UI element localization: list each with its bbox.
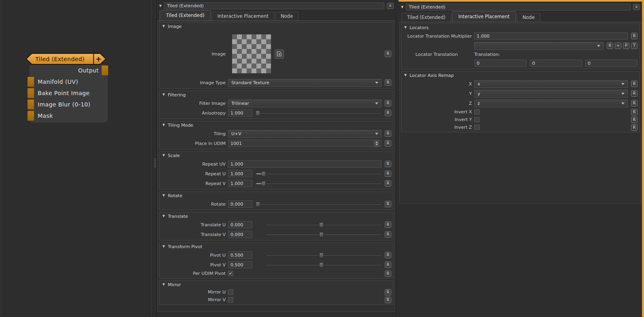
reset-button[interactable]: R [631,90,638,97]
reset-button[interactable]: R [385,252,391,258]
reset-button[interactable]: R [631,81,638,87]
filter-image-dropdown[interactable]: Trilinear [228,100,382,107]
spin-up-icon[interactable] [375,141,378,143]
reset-button[interactable]: R [385,170,391,177]
reset-button[interactable]: R [385,79,391,86]
translation-z-field[interactable]: 0 [585,60,638,67]
import-image-button[interactable] [275,49,284,59]
slider-handle[interactable] [319,222,324,228]
mirror-v-checkbox[interactable] [228,297,233,302]
section-header-locator-axis-remap[interactable]: ▼ Locator Axis Remap [401,72,639,79]
axis-z-dropdown[interactable]: z [474,100,628,107]
slider-handle[interactable] [256,111,260,116]
spin-down-icon[interactable] [375,144,378,145]
node-graph-canvas[interactable]: Tiled (Extended) + Output Manifold (UV) … [0,0,151,317]
slider-handle[interactable] [261,171,266,177]
reset-button[interactable]: R [385,289,391,296]
reset-button[interactable]: R [385,161,391,167]
reset-button[interactable]: R [385,270,391,277]
node-body[interactable]: Output Manifold (UV) Bake Point Image Im… [29,64,108,123]
invert-x-checkbox[interactable] [474,109,480,115]
translation-y-field[interactable]: 0 [530,60,582,67]
udim-spin-buttons[interactable] [374,140,379,147]
slider-handle[interactable] [319,253,324,258]
invert-y-checkbox[interactable] [474,117,480,122]
reset-button[interactable]: R [631,117,638,123]
panel-splitter[interactable] [154,0,157,317]
section-header-mirror[interactable]: ▼ Mirror [160,281,393,288]
repeat-v-field[interactable]: 1.000 [228,180,252,187]
translate-u-field[interactable]: 0.000 [228,221,252,228]
anisotropy-field[interactable]: 1.000 [228,109,252,117]
reset-button[interactable]: R [385,100,391,106]
udim-spinbox[interactable]: 1001 [228,140,382,147]
reset-button[interactable]: R [385,180,391,187]
slider-handle[interactable] [319,232,324,237]
section-header-scale[interactable]: ▼ Scale [160,152,393,159]
section-header-rotate[interactable]: ▼ Rotate [160,192,393,199]
invert-z-checkbox[interactable] [474,125,480,130]
input-port-bake-point-image[interactable] [28,88,34,98]
reset-button[interactable]: R [631,100,638,106]
reset-button[interactable]: R [631,109,638,115]
section-header-tiling-mode[interactable]: ▼ Tiling Mode [160,121,393,129]
tiling-dropdown[interactable]: U+V [228,130,382,138]
reset-button[interactable]: R [385,201,391,207]
anisotropy-slider[interactable] [256,110,382,116]
axis-x-dropdown[interactable]: x [474,80,628,88]
section-header-transform-pivot[interactable]: ▼ Transform Pivot [160,243,393,250]
reset-button[interactable]: R [631,124,638,131]
node-tiled-extended[interactable]: Tiled (Extended) + Output Manifold (UV) … [26,53,108,123]
reset-button[interactable]: R [385,140,391,147]
p-button[interactable]: P [623,43,629,49]
rotate-slider[interactable] [256,201,382,207]
t-button[interactable]: T [631,43,638,49]
input-port-mask[interactable] [28,111,34,121]
translate-v-slider[interactable] [266,232,382,238]
tab-node[interactable]: Node [517,13,540,22]
repeat-u-field[interactable]: 1.000 [228,170,252,177]
pivot-v-slider[interactable] [266,262,382,268]
reset-button[interactable]: R [385,297,391,303]
input-port-manifold[interactable] [28,77,34,87]
reset-button[interactable]: R [631,33,638,39]
translate-v-field[interactable]: 0.000 [228,231,252,238]
section-header-translate[interactable]: ▼ Translate [160,213,393,220]
repeat-u-slider[interactable] [256,171,382,177]
rotate-field[interactable]: 0.000 [228,200,252,208]
reset-button[interactable]: R [385,130,391,137]
reset-button[interactable]: R [607,43,613,49]
pivot-u-field[interactable]: 0.500 [228,251,252,259]
tab-interactive-placement[interactable]: Interactive Placement [212,12,274,21]
tab-tiled-extended[interactable]: Tiled (Extended) [160,10,211,21]
section-header-locators[interactable]: ▼ Locators [401,24,639,31]
image-thumbnail[interactable] [232,34,271,73]
panel-title-bar[interactable]: ▼ Tiled (Extended) x [157,0,396,11]
reset-button[interactable]: R [385,262,391,268]
collapse-arrow-icon[interactable]: ▼ [159,4,162,8]
translate-u-slider[interactable] [266,222,382,228]
image-type-dropdown[interactable]: Standard Texture [228,79,382,87]
input-port-image-blur[interactable] [28,100,34,109]
pivot-v-field[interactable]: 0.500 [228,261,252,268]
repeat-v-slider[interactable] [256,181,382,187]
reset-button[interactable]: R [385,110,391,116]
reset-button[interactable]: R [385,51,391,57]
node-add-button[interactable]: + [94,54,105,64]
reset-button[interactable]: R [385,221,391,228]
locator-preset-dropdown[interactable] [474,42,603,50]
slider-handle[interactable] [261,181,266,186]
tab-interactive-placement[interactable]: Interactive Placement [452,11,516,22]
repeat-uv-field[interactable]: 1.000 [228,160,382,168]
pivot-u-slider[interactable] [266,252,382,258]
tab-node[interactable]: Node [275,12,299,21]
output-port[interactable] [102,66,108,75]
panel-title-bar[interactable]: ▼ Tiled (Extended) x [399,0,642,12]
close-button[interactable]: x [387,3,394,9]
section-header-filtering[interactable]: ▼ Filtering [160,91,393,98]
axis-y-dropdown[interactable]: y [474,90,628,98]
tab-tiled-extended[interactable]: Tiled (Extended) [401,13,451,22]
per-udim-pivot-checkbox[interactable]: ✔ [228,271,233,276]
translation-x-field[interactable]: 0 [474,60,527,67]
reset-button[interactable]: R [385,231,391,238]
